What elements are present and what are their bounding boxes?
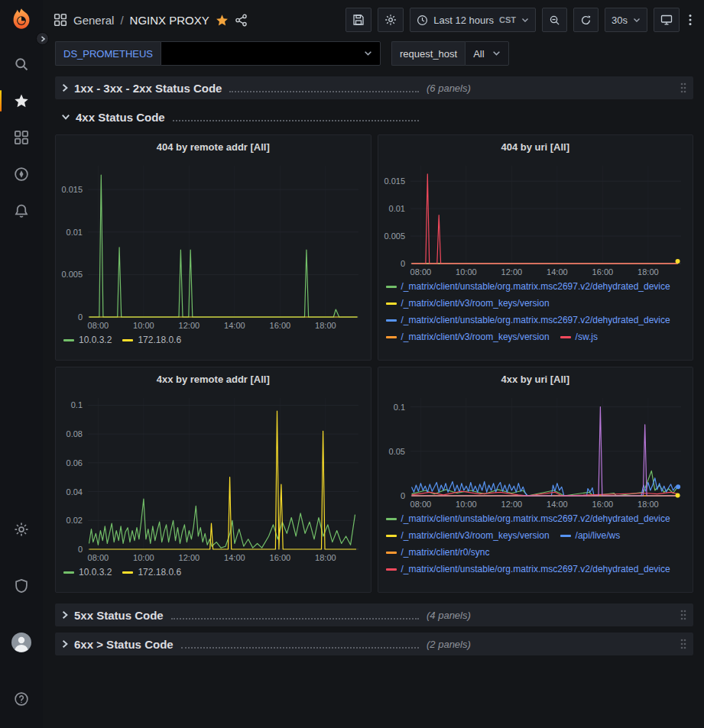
sidebar-item-dashboards[interactable]: [5, 122, 38, 153]
legend-item[interactable]: 10.0.3.2: [63, 334, 112, 346]
chart-canvas[interactable]: 08:0010:0012:0014:0016:0018:0000.050.1: [378, 390, 693, 511]
navbar-kebab-menu[interactable]: [686, 8, 695, 32]
panel-header[interactable]: 404 by remote addr [All]: [56, 135, 371, 158]
save-icon: [352, 14, 365, 26]
timeseries-chart[interactable]: 08:0010:0012:0014:0016:0018:0000.0050.01…: [378, 158, 693, 279]
row-header-6xx[interactable]: 6xx > Status Code (2 panels): [55, 633, 693, 655]
panel-legend: /_matrix/client/unstable/org.matrix.msc2…: [378, 511, 693, 592]
zoom-out-icon: [549, 15, 560, 26]
time-range-picker[interactable]: Last 12 hours CST: [410, 8, 536, 32]
breadcrumb-folder[interactable]: General: [73, 14, 114, 27]
legend-series-label: /sw.js: [576, 331, 598, 343]
sidebar-item-explore[interactable]: [5, 159, 38, 189]
svg-text:0.06: 0.06: [67, 458, 83, 468]
legend-item[interactable]: /sw.js: [560, 331, 598, 343]
legend-item[interactable]: /_matrix/client/unstable/org.matrix.msc2…: [386, 513, 670, 525]
legend-item[interactable]: /_matrix/client/v3/room_keys/version: [386, 529, 550, 542]
row-header-1xx-3xx-2xx[interactable]: 1xx - 3xx - 2xx Status Code (6 panels): [55, 76, 693, 99]
legend-item[interactable]: 172.18.0.6: [122, 566, 181, 578]
dashboard-title[interactable]: NGINX PROXY: [130, 14, 209, 27]
panel-legend: 10.0.3.2172.18.0.6: [56, 565, 371, 592]
timeseries-chart[interactable]: 08:0010:0012:0014:0016:0018:0000.0050.01…: [56, 158, 371, 332]
sidebar-item-server-admin[interactable]: [5, 571, 38, 601]
svg-text:18:00: 18:00: [315, 553, 336, 562]
sidebar-item-profile[interactable]: [5, 627, 38, 658]
dashboard-settings-button[interactable]: [378, 8, 404, 32]
request-host-picker[interactable]: All: [465, 41, 508, 66]
row-drag-handle[interactable]: [680, 638, 687, 650]
svg-text:0.1: 0.1: [393, 403, 404, 412]
save-dashboard-button[interactable]: [346, 8, 371, 32]
row-dotted-leader: [173, 120, 419, 121]
refresh-button[interactable]: [573, 8, 599, 32]
dashboard-canvas: 1xx - 3xx - 2xx Status Code (6 panels) 4…: [43, 72, 704, 728]
svg-text:16:00: 16:00: [592, 500, 613, 509]
panel-header[interactable]: 4xx by remote addr [All]: [56, 367, 371, 390]
row-header-4xx[interactable]: 4xx Status Code: [55, 105, 693, 128]
favorite-star-icon[interactable]: [216, 14, 229, 27]
svg-text:14:00: 14:00: [224, 321, 245, 330]
svg-text:0.01: 0.01: [388, 204, 404, 213]
sidebar-item-help[interactable]: [5, 684, 38, 714]
refresh-interval-picker[interactable]: 30s: [605, 8, 647, 32]
legend-item[interactable]: /api/live/ws: [560, 529, 621, 542]
grafana-logo[interactable]: [8, 6, 34, 32]
legend-series-marker: [386, 303, 397, 305]
legend-series-label: /_matrix/client/v3/room_keys/version: [401, 529, 550, 542]
legend-series-label: 172.18.0.6: [138, 566, 181, 578]
tv-mode-button[interactable]: [654, 8, 680, 32]
chevron-right-icon: [40, 36, 46, 42]
variable-request-host-label: request_host: [391, 41, 465, 66]
row-drag-handle[interactable]: [680, 609, 687, 621]
legend-item[interactable]: /_matrix/client/v3/room_keys/version: [386, 297, 550, 309]
legend-item[interactable]: /_matrix/client/unstable/org.matrix.msc2…: [386, 563, 670, 575]
svg-text:0.015: 0.015: [384, 176, 405, 186]
panel-header[interactable]: 404 by uri [All]: [378, 135, 693, 158]
panel-title: 404 by uri [All]: [501, 141, 569, 153]
breadcrumb: General / NGINX PROXY: [54, 13, 248, 27]
svg-text:0.1: 0.1: [71, 400, 83, 409]
monitor-icon: [660, 14, 673, 26]
svg-text:0.05: 0.05: [388, 447, 404, 456]
gear-icon: [384, 14, 397, 26]
svg-text:12:00: 12:00: [501, 500, 522, 509]
legend-item[interactable]: 172.18.0.6: [122, 334, 181, 346]
main-area: General / NGINX PROXY: [43, 0, 704, 728]
timeseries-chart[interactable]: 08:0010:0012:0014:0016:0018:0000.050.1: [378, 390, 693, 511]
legend-series-marker: [386, 518, 397, 520]
svg-text:0: 0: [400, 491, 404, 500]
zoom-out-button[interactable]: [542, 8, 567, 32]
panel-title: 404 by remote addr [All]: [157, 141, 270, 153]
sidebar-expand-toggle[interactable]: [36, 32, 49, 45]
datasource-picker[interactable]: [161, 41, 381, 66]
chevron-down-icon: [521, 18, 529, 23]
svg-text:0.04: 0.04: [67, 487, 83, 497]
sidebar-item-starred[interactable]: [5, 86, 38, 116]
share-icon[interactable]: [235, 14, 248, 27]
legend-item[interactable]: 10.0.3.2: [63, 566, 112, 578]
chart-canvas[interactable]: 08:0010:0012:0014:0016:0018:0000.0050.01…: [56, 158, 371, 332]
chart-canvas[interactable]: 08:0010:0012:0014:0016:0018:0000.0050.01…: [378, 158, 693, 279]
svg-text:14:00: 14:00: [547, 500, 568, 509]
row-panel-count: (2 panels): [427, 639, 471, 650]
legend-series-label: /api/live/ws: [576, 529, 621, 542]
legend-series-label: 172.18.0.6: [138, 334, 181, 346]
legend-series-label: /_matrix/client/unstable/org.matrix.msc2…: [401, 280, 670, 293]
chart-canvas[interactable]: 08:0010:0012:0014:0016:0018:0000.020.040…: [56, 390, 371, 565]
legend-item[interactable]: /_matrix/client/unstable/org.matrix.msc2…: [386, 280, 670, 293]
row-drag-handle[interactable]: [680, 82, 687, 94]
legend-series-marker: [386, 319, 397, 322]
legend-item[interactable]: /_matrix/client/unstable/org.matrix.msc2…: [386, 314, 670, 326]
svg-text:08:00: 08:00: [88, 553, 109, 562]
legend-series-marker: [386, 552, 397, 554]
sidebar-item-search[interactable]: [5, 49, 38, 79]
sidebar-item-configuration[interactable]: [5, 514, 38, 545]
legend-series-marker: [63, 571, 74, 574]
sidebar-item-alerting[interactable]: [5, 196, 38, 226]
row-header-5xx[interactable]: 5xx Status Code (4 panels): [55, 603, 693, 626]
legend-item[interactable]: /_matrix/client/v3/room_keys/version: [386, 331, 550, 343]
timeseries-chart[interactable]: 08:0010:0012:0014:0016:0018:0000.020.040…: [56, 390, 371, 565]
legend-item[interactable]: /_matrix/client/r0/sync: [386, 546, 490, 558]
panel-4xx-by-remote-addr: 4xx by remote addr [All] 08:0010:0012:00…: [55, 367, 371, 593]
panel-header[interactable]: 4xx by uri [All]: [378, 367, 693, 390]
